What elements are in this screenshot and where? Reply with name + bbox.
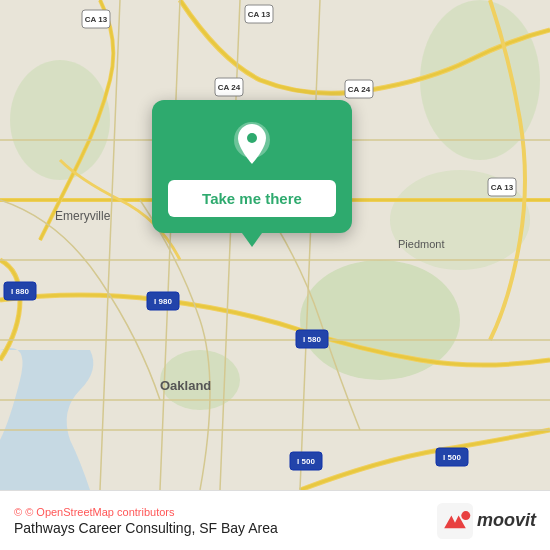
moovit-text: moovit [477, 510, 536, 531]
svg-text:I 980: I 980 [154, 297, 172, 306]
svg-text:CA 13: CA 13 [85, 15, 108, 24]
attribution-text: © © OpenStreetMap contributors [14, 506, 278, 518]
svg-text:Emeryville: Emeryville [55, 209, 111, 223]
svg-text:CA 13: CA 13 [491, 183, 514, 192]
app: CA 13 CA 13 CA 24 CA 24 CA 13 I 980 I 58… [0, 0, 550, 550]
svg-text:I 500: I 500 [443, 453, 461, 462]
svg-text:I 580: I 580 [303, 335, 321, 344]
moovit-logo-icon [437, 503, 473, 539]
svg-text:CA 24: CA 24 [218, 83, 241, 92]
bottom-left: © © OpenStreetMap contributors Pathways … [14, 506, 278, 536]
svg-text:CA 24: CA 24 [348, 85, 371, 94]
svg-text:I 880: I 880 [11, 287, 29, 296]
svg-rect-42 [437, 503, 473, 539]
moovit-logo[interactable]: moovit [437, 503, 536, 539]
svg-text:CA 13: CA 13 [248, 10, 271, 19]
svg-text:Oakland: Oakland [160, 378, 211, 393]
svg-point-43 [461, 511, 470, 520]
openstreetmap-icon: © [14, 506, 22, 518]
location-pin-icon [228, 120, 276, 168]
svg-text:I 500: I 500 [297, 457, 315, 466]
map-container[interactable]: CA 13 CA 13 CA 24 CA 24 CA 13 I 980 I 58… [0, 0, 550, 490]
bottom-bar: © © OpenStreetMap contributors Pathways … [0, 490, 550, 550]
popup-card: Take me there [152, 100, 352, 233]
attribution-label: © OpenStreetMap contributors [25, 506, 174, 518]
location-name: Pathways Career Consulting, SF Bay Area [14, 520, 278, 536]
svg-point-41 [247, 133, 257, 143]
take-me-there-button[interactable]: Take me there [168, 180, 336, 217]
svg-text:Piedmont: Piedmont [398, 238, 444, 250]
